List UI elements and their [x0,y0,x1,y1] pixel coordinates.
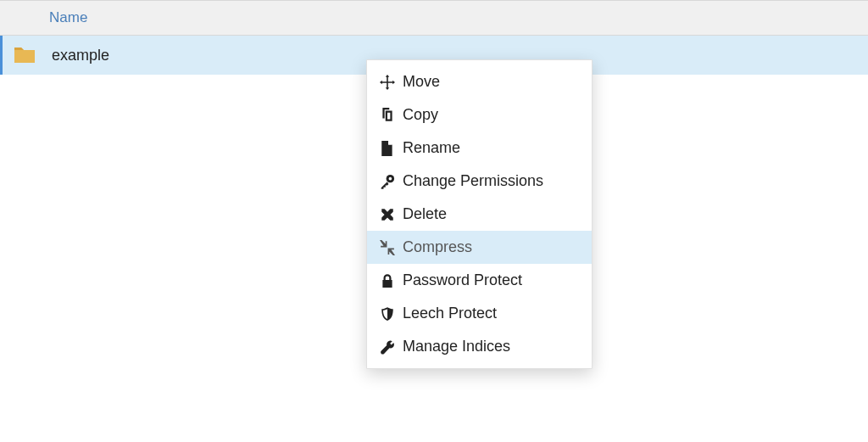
menu-item-delete[interactable]: Delete [367,198,592,231]
wrench-icon [379,338,396,355]
menu-item-copy[interactable]: Copy [367,98,592,131]
key-icon [379,173,396,190]
menu-item-move[interactable]: Move [367,65,592,98]
rename-icon [379,140,396,157]
menu-item-label: Manage Indices [403,338,510,355]
delete-icon [379,206,396,223]
menu-item-label: Copy [403,106,438,124]
shield-icon [379,305,396,322]
folder-icon [13,46,36,64]
svg-point-1 [389,176,392,180]
column-header-name[interactable]: Name [49,9,87,26]
menu-item-change-permissions[interactable]: Change Permissions [367,165,592,198]
menu-item-label: Change Permissions [403,172,543,190]
file-name: example [52,47,109,64]
menu-item-manage-indices[interactable]: Manage Indices [367,330,592,363]
menu-item-compress[interactable]: Compress [367,231,592,264]
column-header-row: Name [0,0,868,36]
menu-item-rename[interactable]: Rename [367,131,592,165]
move-icon [379,74,396,91]
menu-item-label: Delete [403,205,447,223]
menu-item-password-protect[interactable]: Password Protect [367,264,592,297]
menu-item-label: Leech Protect [403,305,497,322]
menu-item-label: Compress [403,238,472,256]
context-menu: Move Copy Rename Change Permissions Dele… [366,59,593,369]
copy-icon [379,107,396,124]
menu-item-label: Move [403,73,440,91]
menu-item-label: Password Protect [403,271,522,289]
lock-icon [379,272,396,289]
menu-item-label: Rename [403,139,460,157]
menu-item-leech-protect[interactable]: Leech Protect [367,297,592,330]
compress-icon [379,239,396,256]
